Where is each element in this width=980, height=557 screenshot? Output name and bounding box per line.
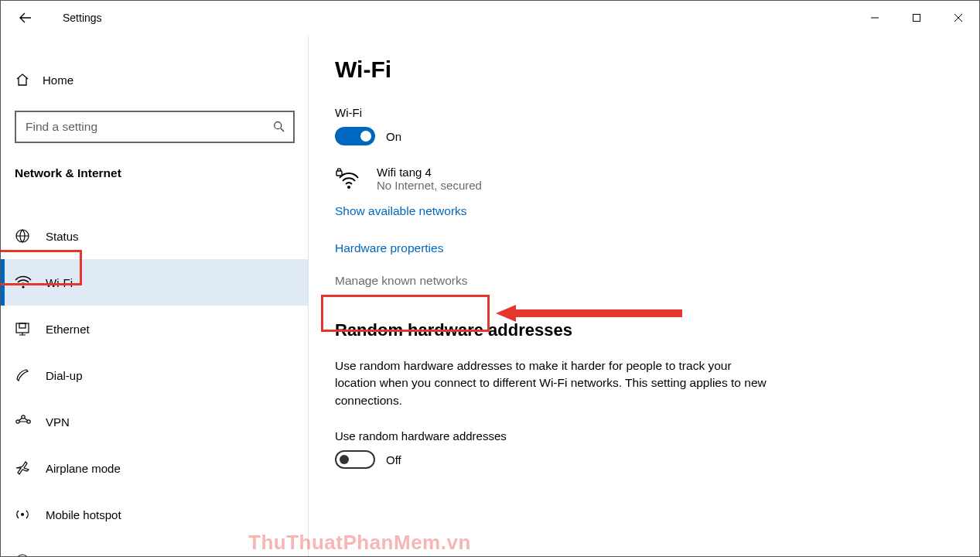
sidebar-item-label: Status [46, 230, 79, 243]
link-manage-known-networks[interactable]: Manage known networks [335, 274, 933, 288]
random-addresses-description: Use random hardware addresses to make it… [335, 357, 776, 409]
maximize-button[interactable] [896, 1, 937, 35]
svg-point-12 [347, 186, 350, 189]
sidebar-item-dialup[interactable]: Dial-up [1, 352, 308, 398]
sidebar-item-label: Dial-up [46, 369, 83, 382]
sidebar-nav-list: Status Wi-Fi Ethernet Dial-up [15, 213, 308, 557]
titlebar: Settings [1, 1, 979, 35]
wifi-icon [15, 275, 46, 290]
sidebar-item-wifi[interactable]: Wi-Fi [1, 259, 308, 306]
window-controls [854, 1, 979, 35]
random-toggle[interactable] [335, 450, 375, 469]
search-icon [273, 121, 285, 133]
svg-point-1 [275, 122, 282, 129]
current-network[interactable]: Wifi tang 4 No Internet, secured [335, 166, 933, 192]
proxy-icon [15, 553, 46, 557]
ethernet-icon [15, 321, 46, 337]
window-title: Settings [63, 12, 102, 24]
status-icon [15, 228, 46, 244]
svg-rect-13 [336, 171, 342, 176]
sidebar-home-label: Home [43, 73, 73, 87]
sidebar-item-status[interactable]: Status [1, 213, 308, 259]
sidebar-item-label: Mobile hotspot [46, 508, 121, 521]
random-toggle-label: Use random hardware addresses [335, 429, 933, 443]
wifi-secured-icon [335, 167, 377, 190]
back-button[interactable] [13, 11, 38, 25]
sidebar-home[interactable]: Home [15, 63, 308, 97]
svg-point-9 [21, 513, 24, 516]
link-hardware-properties[interactable]: Hardware properties [335, 241, 933, 255]
random-toggle-row: Off [335, 450, 933, 469]
wifi-toggle[interactable] [335, 127, 375, 145]
search-placeholder: Find a setting [26, 120, 273, 134]
back-arrow-icon [19, 11, 32, 25]
dialup-icon [15, 367, 46, 383]
sidebar-item-ethernet[interactable]: Ethernet [1, 306, 308, 352]
svg-rect-5 [19, 323, 26, 328]
sidebar-item-label: Wi-Fi [46, 276, 73, 289]
vpn-icon [15, 414, 46, 429]
wifi-toggle-row: On [335, 127, 933, 145]
sidebar-item-label: VPN [46, 415, 70, 429]
minimize-icon [870, 13, 879, 22]
random-toggle-state: Off [386, 453, 401, 466]
random-addresses-heading: Random hardware addresses [335, 320, 933, 340]
sidebar-item-label: Airplane mode [46, 462, 121, 475]
svg-rect-0 [913, 15, 920, 22]
sidebar-item-vpn[interactable]: VPN [1, 398, 308, 445]
sidebar-item-label: Ethernet [46, 323, 90, 336]
maximize-icon [912, 13, 921, 22]
wifi-toggle-state: On [386, 130, 401, 143]
search-input[interactable]: Find a setting [15, 111, 295, 143]
minimize-button[interactable] [854, 1, 896, 35]
hotspot-icon [15, 507, 46, 522]
wifi-label: Wi-Fi [335, 106, 933, 119]
sidebar: Home Find a setting Network & Internet S… [1, 35, 309, 556]
sidebar-section-header: Network & Internet [15, 166, 308, 180]
sidebar-item-label: Proxy [46, 555, 75, 558]
network-name: Wifi tang 4 [377, 166, 482, 179]
watermark: ThuThuatPhanMem.vn [248, 531, 471, 555]
svg-point-3 [22, 285, 24, 288]
home-icon [15, 72, 43, 87]
sidebar-item-airplane[interactable]: Airplane mode [1, 445, 308, 491]
link-show-networks[interactable]: Show available networks [335, 204, 933, 218]
page-title: Wi-Fi [335, 56, 933, 83]
network-status: No Internet, secured [377, 179, 482, 192]
close-button[interactable] [937, 1, 979, 35]
close-icon [954, 13, 963, 22]
main-content: Wi-Fi Wi-Fi On Wifi tang 4 No Internet, … [309, 35, 979, 556]
airplane-icon [15, 460, 46, 476]
